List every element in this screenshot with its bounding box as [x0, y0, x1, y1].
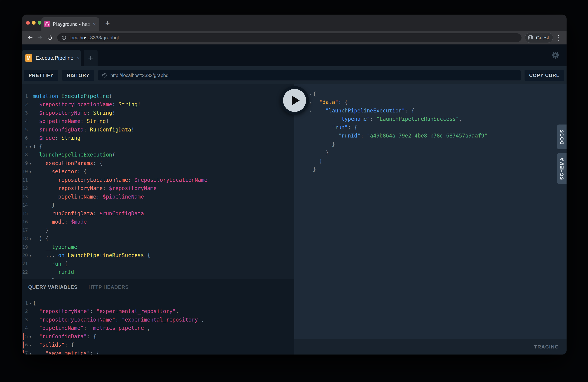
code-line: 14 }: [22, 201, 294, 210]
code-line: "__typename": "LaunchPipelineRunSuccess"…: [308, 115, 567, 123]
fold-arrow-icon[interactable]: ▾: [308, 108, 313, 113]
code-line: 3 "repositoryLocationName": "experimenta…: [22, 316, 294, 324]
close-tab-icon[interactable]: ×: [91, 21, 96, 27]
code-line: }: [308, 140, 567, 149]
code-line: 10▾ selector: {: [22, 168, 294, 176]
code-line: 1▾{: [22, 299, 294, 307]
close-window-button[interactable]: [26, 21, 30, 25]
error-marker: [22, 350, 24, 355]
mutation-badge: M: [25, 54, 32, 62]
forward-icon[interactable]: [36, 34, 44, 42]
browser-menu-icon[interactable]: ⋮: [554, 34, 563, 42]
code-line: 5▾ "runConfigData": {: [22, 332, 294, 341]
fold-arrow-icon[interactable]: ▾: [28, 253, 33, 258]
history-button[interactable]: HISTORY: [62, 70, 94, 81]
back-icon[interactable]: [26, 34, 34, 42]
prettify-button[interactable]: PRETTIFY: [24, 70, 58, 81]
address-bar[interactable]: localhost:3333/graphql: [57, 33, 522, 42]
left-pane: 1mutation ExecutePipeline(2 $repositoryL…: [22, 85, 294, 355]
code-line: 19 __typename: [22, 243, 294, 251]
fold-arrow-icon[interactable]: ▾: [28, 236, 33, 241]
code-line: 20▾ ... on LaunchPipelineRunSuccess {: [22, 251, 294, 260]
code-line: 22 runId: [22, 268, 294, 276]
code-line: 6 $mode: String!: [22, 134, 294, 142]
session-tab-title: ExecutePipeline: [36, 55, 73, 61]
code-line: 7▾) {: [22, 142, 294, 151]
query-editor[interactable]: 1mutation ExecutePipeline(2 $repositoryL…: [22, 85, 294, 279]
code-line: 11 repositoryLocationName: $repositoryLo…: [22, 176, 294, 184]
window-controls: [26, 15, 42, 31]
session-tab-executepipeline[interactable]: M ExecutePipeline ×: [22, 50, 81, 66]
avatar-icon: [526, 34, 534, 42]
variables-header: QUERY VARIABLES HTTP HEADERS: [22, 279, 294, 295]
response-viewer: ▾{▾ "data": {▾ "launchPipelineExecution"…: [294, 85, 567, 173]
error-marker: [22, 333, 24, 340]
tracing-bar[interactable]: TRACING: [294, 339, 567, 355]
fold-arrow-icon[interactable]: ▾: [28, 342, 33, 347]
fold-arrow-icon[interactable]: ▾: [28, 161, 33, 166]
code-line: 4 "pipelineName": "metrics_pipeline",: [22, 324, 294, 333]
code-line: 9▾ executionParams: {: [22, 159, 294, 168]
code-line: 12 repositoryName: $repositoryName: [22, 184, 294, 193]
fold-arrow-icon[interactable]: ▾: [28, 351, 33, 355]
schema-tab[interactable]: SCHEMA: [557, 153, 567, 184]
code-line: 23 }: [22, 276, 294, 279]
code-line: "run": {: [308, 123, 567, 132]
profile-button[interactable]: Guest: [525, 33, 553, 43]
new-session-button[interactable]: +: [84, 50, 98, 66]
minimize-window-button[interactable]: [32, 21, 36, 25]
code-line: 2 $repositoryLocationName: String!: [22, 100, 294, 109]
fullscreen-window-button[interactable]: [38, 21, 42, 25]
replay-history-icon[interactable]: [101, 72, 107, 79]
response-pane: ▾{▾ "data": {▾ "launchPipelineExecution"…: [294, 85, 567, 355]
new-tab-button[interactable]: +: [103, 19, 112, 28]
execute-button[interactable]: [280, 86, 309, 115]
code-line: 8 launchPipelineExecution(: [22, 151, 294, 159]
play-icon: [283, 89, 306, 112]
fold-arrow-icon[interactable]: ▾: [28, 144, 33, 149]
graphql-playground: M ExecutePipeline × +: [22, 44, 567, 355]
endpoint-input[interactable]: http://localhost:3333/graphql: [98, 70, 521, 81]
code-line: ▾ "launchPipelineExecution": {: [308, 106, 567, 115]
code-line: "runId": "a49b864a-79e2-4be8-b78c-687457…: [308, 132, 567, 140]
graphql-favicon-icon: [44, 21, 50, 27]
tab-http-headers[interactable]: HTTP HEADERS: [88, 284, 129, 290]
screen: { "icons": { "close": "×", "add_tab": "+…: [0, 0, 588, 382]
query-variables-editor[interactable]: 1▾{2 "repositoryName": "experimental_rep…: [22, 295, 294, 355]
settings-gear-icon[interactable]: [551, 50, 560, 60]
code-line: 18▾ ) {: [22, 234, 294, 243]
code-line: 2 "repositoryName": "experimental_reposi…: [22, 307, 294, 316]
browser-tabstrip: Playground - http://localhost:33 × +: [22, 15, 567, 31]
playground-toolbar: PRETTIFY HISTORY http://localhost:3333/g…: [22, 66, 567, 85]
fold-arrow-icon[interactable]: ▾: [28, 300, 33, 305]
site-info-icon[interactable]: [61, 35, 67, 41]
reload-icon[interactable]: [45, 34, 54, 42]
code-line: ▾{: [308, 90, 567, 98]
code-line: 13 pipelineName: $pipelineName: [22, 192, 294, 201]
code-line: 17 }: [22, 226, 294, 234]
tab-query-variables[interactable]: QUERY VARIABLES: [28, 284, 78, 290]
code-line: 6▾ "solids": {: [22, 341, 294, 349]
profile-label: Guest: [536, 35, 549, 41]
code-line: 4 $pipelineName: String!: [22, 117, 294, 126]
code-line: 16 mode: $mode: [22, 218, 294, 226]
browser-tab-title: Playground - http://localhost:33: [53, 21, 91, 27]
fold-arrow-icon[interactable]: ▾: [28, 334, 33, 339]
endpoint-url: http://localhost:3333/graphql: [110, 73, 169, 78]
code-line: }: [308, 157, 567, 165]
docs-tab[interactable]: DOCS: [557, 125, 567, 149]
browser-tab[interactable]: Playground - http://localhost:33 ×: [42, 17, 99, 31]
url-text: localhost:3333/graphql: [69, 35, 119, 41]
code-line: 21 run {: [22, 259, 294, 268]
fold-arrow-icon[interactable]: ▾: [308, 91, 313, 96]
code-line: }: [308, 149, 567, 157]
code-line: }: [308, 165, 567, 174]
browser-toolbar: localhost:3333/graphql Guest ⋮: [22, 31, 567, 44]
session-tabs: M ExecutePipeline × +: [22, 44, 567, 66]
code-line: 15 runConfigData: $runConfigData: [22, 209, 294, 218]
code-line: 3 $repositoryName: String!: [22, 109, 294, 117]
close-session-icon[interactable]: ×: [77, 55, 80, 61]
code-line: ▾ "data": {: [308, 98, 567, 106]
fold-arrow-icon[interactable]: ▾: [28, 169, 33, 174]
copy-curl-button[interactable]: COPY CURL: [525, 70, 564, 81]
